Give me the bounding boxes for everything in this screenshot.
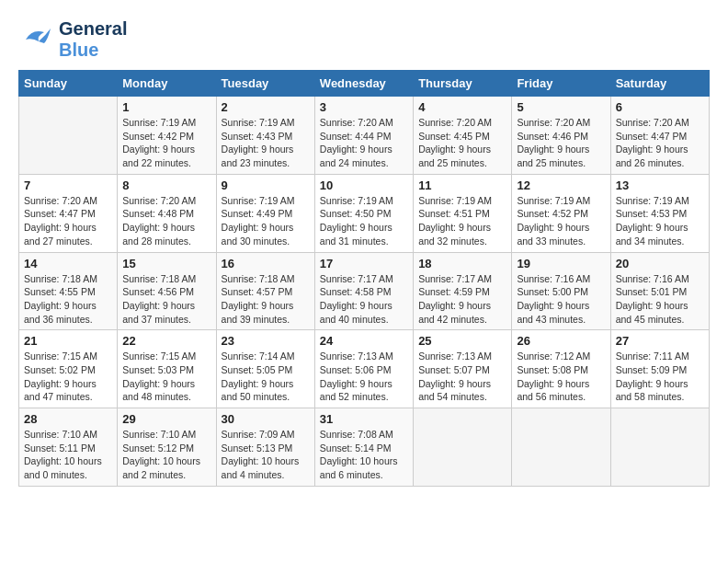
day-number: 26 xyxy=(517,334,605,348)
calendar-cell: 24Sunrise: 7:13 AMSunset: 5:06 PMDayligh… xyxy=(314,330,413,408)
logo-text-block: General Blue xyxy=(59,18,127,61)
day-of-week-header: Monday xyxy=(118,71,216,97)
day-number: 25 xyxy=(418,334,506,348)
day-info: Sunrise: 7:10 AMSunset: 5:12 PMDaylight:… xyxy=(122,428,210,482)
day-number: 6 xyxy=(616,100,704,114)
day-number: 31 xyxy=(320,412,408,426)
calendar-cell xyxy=(19,97,118,175)
calendar-cell: 12Sunrise: 7:19 AMSunset: 4:52 PMDayligh… xyxy=(512,174,610,252)
day-number: 16 xyxy=(222,257,310,270)
calendar-cell: 29Sunrise: 7:10 AMSunset: 5:12 PMDayligh… xyxy=(118,408,216,487)
day-number: 8 xyxy=(122,178,210,192)
day-info: Sunrise: 7:15 AMSunset: 5:02 PMDaylight:… xyxy=(24,350,112,404)
calendar-table: SundayMondayTuesdayWednesdayThursdayFrid… xyxy=(18,70,710,487)
day-number: 12 xyxy=(517,178,605,192)
day-of-week-header: Sunday xyxy=(19,71,118,97)
calendar-cell: 27Sunrise: 7:11 AMSunset: 5:09 PMDayligh… xyxy=(610,330,709,408)
calendar-cell: 9Sunrise: 7:19 AMSunset: 4:49 PMDaylight… xyxy=(216,174,314,252)
logo-blue: Blue xyxy=(59,40,98,61)
calendar-cell: 3Sunrise: 7:20 AMSunset: 4:44 PMDaylight… xyxy=(314,97,413,175)
day-number: 28 xyxy=(24,412,112,426)
calendar-cell: 30Sunrise: 7:09 AMSunset: 5:13 PMDayligh… xyxy=(216,408,314,487)
day-of-week-header: Friday xyxy=(512,71,610,97)
day-number: 1 xyxy=(122,100,210,114)
calendar-cell: 17Sunrise: 7:17 AMSunset: 4:58 PMDayligh… xyxy=(314,252,413,330)
calendar-week-row: 14Sunrise: 7:18 AMSunset: 4:55 PMDayligh… xyxy=(19,252,710,330)
day-info: Sunrise: 7:19 AMSunset: 4:53 PMDaylight:… xyxy=(616,194,704,248)
day-info: Sunrise: 7:20 AMSunset: 4:45 PMDaylight:… xyxy=(418,116,506,170)
day-number: 30 xyxy=(222,412,310,426)
day-info: Sunrise: 7:11 AMSunset: 5:09 PMDaylight:… xyxy=(616,350,704,404)
day-info: Sunrise: 7:08 AMSunset: 5:14 PMDaylight:… xyxy=(320,428,408,482)
calendar-week-row: 28Sunrise: 7:10 AMSunset: 5:11 PMDayligh… xyxy=(19,408,710,487)
day-number: 5 xyxy=(517,100,605,114)
day-info: Sunrise: 7:09 AMSunset: 5:13 PMDaylight:… xyxy=(222,428,310,482)
day-info: Sunrise: 7:19 AMSunset: 4:43 PMDaylight:… xyxy=(222,116,310,170)
calendar-cell: 6Sunrise: 7:20 AMSunset: 4:47 PMDaylight… xyxy=(610,97,709,175)
day-number: 24 xyxy=(320,334,408,348)
calendar-week-row: 1Sunrise: 7:19 AMSunset: 4:42 PMDaylight… xyxy=(19,97,710,175)
day-number: 15 xyxy=(122,257,210,270)
calendar-week-row: 7Sunrise: 7:20 AMSunset: 4:47 PMDaylight… xyxy=(19,174,710,252)
day-info: Sunrise: 7:19 AMSunset: 4:52 PMDaylight:… xyxy=(517,194,605,248)
calendar-cell: 25Sunrise: 7:13 AMSunset: 5:07 PMDayligh… xyxy=(414,330,512,408)
day-number: 27 xyxy=(616,334,704,348)
day-number: 4 xyxy=(418,100,506,114)
day-number: 9 xyxy=(222,178,310,192)
day-info: Sunrise: 7:18 AMSunset: 4:57 PMDaylight:… xyxy=(222,272,310,327)
day-number: 14 xyxy=(24,257,112,270)
calendar-cell: 26Sunrise: 7:12 AMSunset: 5:08 PMDayligh… xyxy=(512,330,610,408)
day-info: Sunrise: 7:20 AMSunset: 4:47 PMDaylight:… xyxy=(24,194,112,248)
day-info: Sunrise: 7:20 AMSunset: 4:48 PMDaylight:… xyxy=(122,194,210,248)
calendar-cell: 11Sunrise: 7:19 AMSunset: 4:51 PMDayligh… xyxy=(414,174,512,252)
day-info: Sunrise: 7:20 AMSunset: 4:46 PMDaylight:… xyxy=(517,116,605,170)
calendar-header-row: SundayMondayTuesdayWednesdayThursdayFrid… xyxy=(19,71,710,97)
calendar-cell: 4Sunrise: 7:20 AMSunset: 4:45 PMDaylight… xyxy=(414,97,512,175)
day-info: Sunrise: 7:19 AMSunset: 4:50 PMDaylight:… xyxy=(320,194,408,248)
day-info: Sunrise: 7:12 AMSunset: 5:08 PMDaylight:… xyxy=(517,350,605,404)
calendar-week-row: 21Sunrise: 7:15 AMSunset: 5:02 PMDayligh… xyxy=(19,330,710,408)
day-info: Sunrise: 7:16 AMSunset: 5:00 PMDaylight:… xyxy=(517,272,605,327)
day-of-week-header: Wednesday xyxy=(314,71,413,97)
logo-icon xyxy=(18,21,55,58)
day-number: 22 xyxy=(122,334,210,348)
day-number: 18 xyxy=(418,257,506,270)
day-info: Sunrise: 7:20 AMSunset: 4:44 PMDaylight:… xyxy=(320,116,408,170)
calendar-cell: 1Sunrise: 7:19 AMSunset: 4:42 PMDaylight… xyxy=(118,97,216,175)
day-number: 10 xyxy=(320,178,408,192)
logo-general: General xyxy=(59,18,127,40)
day-number: 20 xyxy=(616,257,704,270)
calendar-cell: 14Sunrise: 7:18 AMSunset: 4:55 PMDayligh… xyxy=(19,252,118,330)
calendar-cell xyxy=(414,408,512,487)
calendar-cell: 5Sunrise: 7:20 AMSunset: 4:46 PMDaylight… xyxy=(512,97,610,175)
calendar-cell xyxy=(610,408,709,487)
calendar-cell: 19Sunrise: 7:16 AMSunset: 5:00 PMDayligh… xyxy=(512,252,610,330)
day-info: Sunrise: 7:15 AMSunset: 5:03 PMDaylight:… xyxy=(122,350,210,404)
day-number: 21 xyxy=(24,334,112,348)
day-info: Sunrise: 7:19 AMSunset: 4:51 PMDaylight:… xyxy=(418,194,506,248)
day-info: Sunrise: 7:13 AMSunset: 5:07 PMDaylight:… xyxy=(418,350,506,404)
calendar-cell xyxy=(512,408,610,487)
calendar-cell: 18Sunrise: 7:17 AMSunset: 4:59 PMDayligh… xyxy=(414,252,512,330)
day-number: 7 xyxy=(24,178,112,192)
calendar-cell: 8Sunrise: 7:20 AMSunset: 4:48 PMDaylight… xyxy=(118,174,216,252)
day-number: 3 xyxy=(320,100,408,114)
day-of-week-header: Saturday xyxy=(610,71,709,97)
day-info: Sunrise: 7:17 AMSunset: 4:58 PMDaylight:… xyxy=(320,272,408,327)
calendar-cell: 15Sunrise: 7:18 AMSunset: 4:56 PMDayligh… xyxy=(118,252,216,330)
calendar-cell: 10Sunrise: 7:19 AMSunset: 4:50 PMDayligh… xyxy=(314,174,413,252)
day-number: 2 xyxy=(222,100,310,114)
calendar-cell: 13Sunrise: 7:19 AMSunset: 4:53 PMDayligh… xyxy=(610,174,709,252)
day-of-week-header: Thursday xyxy=(414,71,512,97)
day-number: 19 xyxy=(517,257,605,270)
calendar-cell: 22Sunrise: 7:15 AMSunset: 5:03 PMDayligh… xyxy=(118,330,216,408)
day-number: 11 xyxy=(418,178,506,192)
calendar-cell: 28Sunrise: 7:10 AMSunset: 5:11 PMDayligh… xyxy=(19,408,118,487)
day-number: 13 xyxy=(616,178,704,192)
day-of-week-header: Tuesday xyxy=(216,71,314,97)
day-info: Sunrise: 7:16 AMSunset: 5:01 PMDaylight:… xyxy=(616,272,704,327)
calendar-cell: 2Sunrise: 7:19 AMSunset: 4:43 PMDaylight… xyxy=(216,97,314,175)
day-info: Sunrise: 7:13 AMSunset: 5:06 PMDaylight:… xyxy=(320,350,408,404)
day-info: Sunrise: 7:19 AMSunset: 4:49 PMDaylight:… xyxy=(222,194,310,248)
day-number: 23 xyxy=(222,334,310,348)
